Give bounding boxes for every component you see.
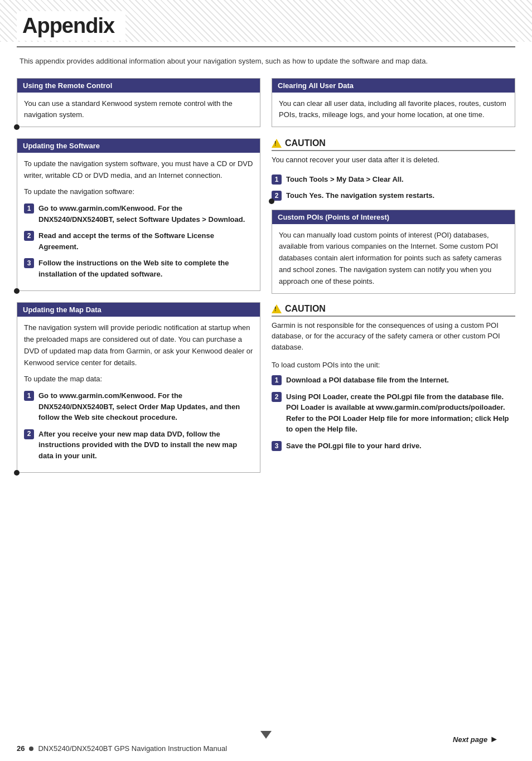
section-clearing-data: Clearing All User Data You can clear all… xyxy=(272,78,515,128)
step-text-1: Go to www.garmin.com/Kenwood. For the DN… xyxy=(38,203,253,225)
updating-software-intro2: To update the navigation software: xyxy=(24,186,253,198)
poi-step-num-3: 3 xyxy=(272,441,282,451)
caution-pois: CAUTION Garmin is not responsible for th… xyxy=(272,304,515,353)
using-remote-body: You can use a standard Kenwood system re… xyxy=(24,98,253,122)
section-dot-3 xyxy=(14,470,20,476)
caution-pois-text: Garmin is not responsible for the conseq… xyxy=(272,320,515,353)
page: Appendix This appendix provides addition… xyxy=(0,0,532,761)
updating-map-content: The navigation system will provide perio… xyxy=(17,317,260,472)
using-remote-title: Using the Remote Control xyxy=(17,79,260,93)
step-num-1: 1 xyxy=(24,203,34,214)
custom-pois-body: You can manually load custom points of i… xyxy=(279,230,508,288)
poi-step-text-2: Using POI Loader, create the POI.gpi fil… xyxy=(286,391,515,435)
clearing-data-content: You can clear all user data, including a… xyxy=(272,93,515,127)
page-title: Appendix xyxy=(22,14,114,37)
updating-map-title: Updating the Map Data xyxy=(17,303,260,317)
updating-map-steps: 1 Go to www.garmin.com/Kenwood. For the … xyxy=(24,390,253,461)
map-step-2: 2 After you receive your new map data DV… xyxy=(24,429,253,462)
clear-step-text-2: Touch Yes. The navigation system restart… xyxy=(286,190,434,201)
using-remote-content: You can use a standard Kenwood system re… xyxy=(17,93,260,127)
step-num-3: 3 xyxy=(24,258,34,268)
caution-triangle-icon-2 xyxy=(272,304,282,313)
updating-software-steps: 1 Go to www.garmin.com/Kenwood. For the … xyxy=(24,203,253,279)
header: Appendix xyxy=(0,0,532,41)
step-text-2: Read and accept the terms of the Softwar… xyxy=(38,230,253,252)
updating-map-body: The navigation system will provide perio… xyxy=(24,322,253,369)
caution-clearing-title: CAUTION xyxy=(272,138,515,151)
intro-paragraph: This appendix provides additional inform… xyxy=(20,56,512,67)
next-page-link[interactable]: Next page ► xyxy=(453,734,499,744)
poi-step-text-1: Download a POI database file from the In… xyxy=(286,375,449,386)
map-step-text-1: Go to www.garmin.com/Kenwood. For the DN… xyxy=(38,390,253,423)
main-content: Using the Remote Control You can use a s… xyxy=(0,72,532,496)
poi-step-num-2: 2 xyxy=(272,392,282,402)
section-dot xyxy=(14,124,20,130)
section-dot-2 xyxy=(14,288,20,294)
step-text-3: Follow the instructions on the Web site … xyxy=(38,258,253,279)
clearing-data-title: Clearing All User Data xyxy=(272,79,515,93)
poi-step-3: 3 Save the POI.gpi file to your hard dri… xyxy=(272,440,515,452)
title-box: Appendix xyxy=(17,11,125,41)
updating-software-box: Updating the Software To update the navi… xyxy=(17,138,260,291)
poi-step-num-1: 1 xyxy=(272,375,282,385)
scroll-down-arrow xyxy=(260,731,272,739)
section-updating-software: Updating the Software To update the navi… xyxy=(17,138,260,291)
section-using-remote: Using the Remote Control You can use a s… xyxy=(17,78,260,128)
poi-steps: 1 Download a POI database file from the … xyxy=(272,375,515,451)
updating-map-intro2: To update the map data: xyxy=(24,374,253,385)
footer: 26 DNX5240/DNX5240BT GPS Navigation Inst… xyxy=(17,744,515,753)
clearing-steps-wrapper: 1 Touch Tools > My Data > Clear All. 2 T… xyxy=(272,174,515,201)
updating-map-box: Updating the Map Data The navigation sys… xyxy=(17,302,260,473)
custom-pois-box: Custom POIs (Points of Interest) You can… xyxy=(272,210,515,294)
caution-clearing: CAUTION You cannot recover your user dat… xyxy=(272,138,515,166)
left-column: Using the Remote Control You can use a s… xyxy=(17,78,260,484)
clear-step-num-1: 1 xyxy=(272,175,282,185)
step-num-2: 2 xyxy=(24,231,34,241)
clear-step-2: 2 Touch Yes. The navigation system resta… xyxy=(272,190,515,201)
section-dot-4 xyxy=(269,198,274,204)
using-remote-box: Using the Remote Control You can use a s… xyxy=(17,78,260,128)
poi-step-2: 2 Using POI Loader, create the POI.gpi f… xyxy=(272,391,515,435)
software-step-2: 2 Read and accept the terms of the Softw… xyxy=(24,230,253,252)
updating-software-content: To update the navigation system software… xyxy=(17,153,260,290)
footer-dot xyxy=(29,747,33,751)
caution-triangle-icon xyxy=(272,139,282,148)
custom-pois-title: Custom POIs (Points of Interest) xyxy=(272,210,515,224)
clearing-data-box: Clearing All User Data You can clear all… xyxy=(272,78,515,128)
section-updating-map: Updating the Map Data The navigation sys… xyxy=(17,302,260,473)
clearing-steps: 1 Touch Tools > My Data > Clear All. 2 T… xyxy=(272,174,515,201)
right-column: Clearing All User Data You can clear all… xyxy=(272,78,515,484)
updating-software-body: To update the navigation system software… xyxy=(24,158,253,182)
poi-step-text-3: Save the POI.gpi file to your hard drive… xyxy=(286,440,422,452)
caution-clearing-text: You cannot recover your user data after … xyxy=(272,154,515,166)
software-step-3: 3 Follow the instructions on the Web sit… xyxy=(24,258,253,279)
clear-step-text-1: Touch Tools > My Data > Clear All. xyxy=(286,174,404,185)
map-step-1: 1 Go to www.garmin.com/Kenwood. For the … xyxy=(24,390,253,423)
clear-step-1: 1 Touch Tools > My Data > Clear All. xyxy=(272,174,515,185)
footer-manual-title: DNX5240/DNX5240BT GPS Navigation Instruc… xyxy=(38,744,227,753)
section-custom-pois: Custom POIs (Points of Interest) You can… xyxy=(272,210,515,294)
poi-step-1: 1 Download a POI database file from the … xyxy=(272,375,515,386)
next-page-arrow-icon: ► xyxy=(490,734,499,744)
software-step-1: 1 Go to www.garmin.com/Kenwood. For the … xyxy=(24,203,253,225)
load-pois-intro: To load custom POIs into the unit: xyxy=(272,361,515,369)
map-step-num-2: 2 xyxy=(24,429,34,439)
updating-software-title: Updating the Software xyxy=(17,139,260,153)
clearing-data-body: You can clear all user data, including a… xyxy=(279,98,508,122)
intro-text: This appendix provides additional inform… xyxy=(0,47,532,72)
caution-pois-title: CAUTION xyxy=(272,304,515,317)
header-line xyxy=(17,46,515,47)
map-step-num-1: 1 xyxy=(24,391,34,401)
map-step-text-2: After you receive your new map data DVD,… xyxy=(38,429,253,462)
custom-pois-content: You can manually load custom points of i… xyxy=(272,224,515,293)
footer-page-number: 26 xyxy=(17,744,25,753)
